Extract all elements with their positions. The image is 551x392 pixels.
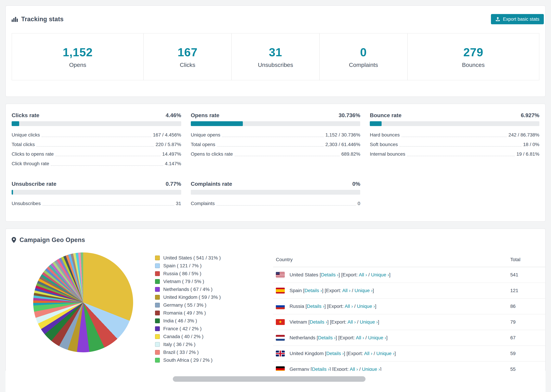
rate-row-value: 1,152 / 30.736% [325, 130, 360, 140]
country-name: Netherlands [290, 335, 315, 340]
metric-value: 167 [178, 45, 198, 59]
flag-icon [276, 303, 285, 309]
location-pin-icon [12, 237, 16, 243]
slash-separator: / [368, 272, 370, 277]
tracking-stats-card: Tracking stats Export basic stats 1,152 … [6, 6, 545, 97]
rate-row-label: Total clicks [12, 140, 35, 149]
legend-item[interactable]: Italy ( 36 / 2% ) [155, 342, 273, 347]
bracket-close: ] [389, 272, 390, 277]
legend-item[interactable]: South Africa ( 29 / 2% ) [155, 357, 273, 363]
complaints-rate-title: Complaints rate [191, 181, 232, 187]
legend-item[interactable]: India ( 46 / 3% ) [155, 318, 273, 324]
complaints-rate-progress [191, 190, 360, 195]
details-link[interactable]: Details › [307, 304, 325, 309]
complaints-rate-value: 0% [352, 181, 360, 187]
export-unique-link[interactable]: Unique › [368, 335, 386, 340]
export-unique-link[interactable]: Unique › [376, 351, 395, 356]
legend-swatch [155, 311, 160, 315]
country-name: Russia [290, 304, 304, 309]
geo-table-body: United States [Details ›] [Export: All ›… [273, 267, 545, 377]
rate-row: Click through rate 4.147% [12, 159, 181, 168]
bracket-open: [ [325, 351, 326, 356]
slash-separator: / [354, 304, 356, 309]
rates-card: Clicks rate 4.46% Unique clicks 167 / 4.… [6, 104, 545, 222]
details-link[interactable]: Details › [310, 319, 327, 325]
bounce-rate-title: Bounce rate [370, 112, 402, 119]
unsubscribe-rate-value: 0.77% [166, 181, 181, 187]
total-column-header: Total [508, 252, 545, 267]
dotted-leader [42, 205, 174, 206]
legend-item[interactable]: Brazil ( 33 / 2% ) [155, 350, 273, 355]
export-unique-link[interactable]: Unique › [357, 304, 375, 309]
export-basic-stats-button[interactable]: Export basic stats [491, 14, 544, 24]
details-link[interactable]: Details › [321, 272, 339, 277]
rate-block-opens: Opens rate 30.736% Unique opens 1,152 / … [191, 112, 360, 168]
rate-row-label: Hard bounces [370, 130, 400, 140]
horizontal-scrollbar-thumb[interactable] [173, 376, 366, 382]
rate-row: Internal bounces 19 / 6.81% [370, 149, 539, 159]
export-all-link[interactable]: All › [342, 288, 350, 293]
legend-item[interactable]: Russia ( 86 / 5% ) [155, 271, 273, 276]
export-all-link[interactable]: All › [356, 335, 364, 340]
details-link[interactable]: Details › [318, 335, 336, 340]
legend-item[interactable]: United States ( 541 / 31% ) [155, 255, 273, 261]
legend-item[interactable]: Netherlands ( 67 / 4% ) [155, 287, 273, 292]
legend-label: Spain ( 121 / 7% ) [163, 263, 202, 268]
slash-separator: / [366, 335, 367, 340]
details-link[interactable]: Details › [304, 288, 322, 293]
clicks-rate-progress [12, 121, 181, 126]
rate-row: Total clicks 220 / 5.87% [12, 140, 181, 149]
legend-swatch [155, 271, 160, 276]
dotted-leader [400, 146, 521, 147]
bracket-close: ] [378, 319, 379, 325]
rate-row: Unique opens 1,152 / 30.736% [191, 130, 360, 140]
bounce-rate-progress [370, 121, 539, 126]
export-all-link[interactable]: All › [345, 304, 353, 309]
export-unique-link[interactable]: Unique › [371, 272, 389, 277]
metric-box: 0 Complaints [319, 34, 407, 80]
unsubscribe-rate-progress [12, 190, 181, 195]
clicks-rate-title: Clicks rate [12, 112, 39, 119]
export-prefix: [Export: [330, 319, 346, 325]
dotted-leader [407, 156, 515, 156]
legend-item[interactable]: Vietnam ( 79 / 5% ) [155, 279, 273, 284]
legend-label: South Africa ( 29 / 2% ) [163, 357, 212, 363]
opens-rate-title: Opens rate [191, 112, 219, 119]
dotted-leader [402, 137, 507, 137]
metric-box: 1,152 Opens [12, 34, 143, 80]
legend-item[interactable]: Romania ( 49 / 3% ) [155, 310, 273, 316]
metric-label: Bounces [462, 62, 485, 68]
legend-swatch [155, 287, 160, 292]
legend-item[interactable]: France ( 42 / 2% ) [155, 326, 273, 331]
legend-label: India ( 46 / 3% ) [163, 318, 197, 324]
bracket-open: [ [320, 272, 321, 277]
total-value: 121 [508, 283, 545, 298]
export-all-link[interactable]: All › [364, 351, 372, 356]
geo-legend: United States ( 541 / 31% ) Spain ( 121 … [155, 252, 273, 377]
page-title: Tracking stats [21, 15, 64, 23]
legend-item[interactable]: United Kingdom ( 59 / 3% ) [155, 294, 273, 300]
geo-table: Country Total United States [273, 252, 545, 377]
export-prefix: [Export: [346, 351, 363, 356]
dotted-leader [51, 165, 163, 166]
export-unique-link[interactable]: Unique › [360, 319, 378, 325]
country-name: Spain [290, 288, 302, 293]
rate-row-label: Internal bounces [370, 149, 405, 159]
export-icon [495, 17, 500, 21]
export-unique-link[interactable]: Unique › [354, 288, 373, 293]
metric-value: 279 [463, 45, 483, 59]
export-all-link[interactable]: All › [359, 272, 367, 277]
table-row: United Kingdom [Details ›] [Export: All … [273, 346, 545, 361]
details-link[interactable]: Details › [326, 351, 344, 356]
slash-separator: / [357, 319, 359, 325]
legend-swatch [155, 256, 160, 260]
legend-item[interactable]: Canada ( 40 / 2% ) [155, 334, 273, 339]
legend-item[interactable]: Germany ( 55 / 3% ) [155, 302, 273, 308]
geo-pie-chart[interactable] [33, 252, 133, 352]
unsubscribe-rate-title: Unsubscribe rate [12, 181, 56, 187]
geo-table-wrap: Country Total United States [273, 252, 545, 377]
metric-label: Opens [69, 62, 86, 68]
legend-item[interactable]: Spain ( 121 / 7% ) [155, 263, 273, 268]
rate-row: Hard bounces 242 / 86.738% [370, 130, 539, 140]
export-all-link[interactable]: All › [347, 319, 356, 325]
